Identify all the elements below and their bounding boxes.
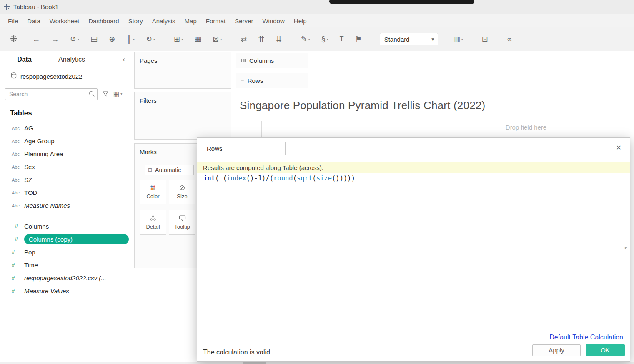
menu-file[interactable]: File (3, 17, 23, 25)
search-row: ▦ (0, 85, 131, 103)
menu-dashboard[interactable]: Dashboard (84, 17, 123, 25)
view-options-grid-icon[interactable]: ▦ (113, 90, 122, 98)
field-ag[interactable]: Abc AG (0, 122, 131, 135)
field-time[interactable]: # Time (0, 259, 131, 272)
view-mode-combo[interactable]: Standard ▼ (380, 33, 438, 45)
new-data-source-icon[interactable]: ⊕ (109, 35, 115, 43)
rows-shelf-droparea[interactable] (308, 73, 634, 88)
datasource-row[interactable]: respopagesextod2022 (0, 68, 131, 85)
menu-data[interactable]: Data (23, 17, 45, 25)
sort-ascending-icon[interactable]: ⇈ (258, 35, 264, 43)
datasource-icon (11, 72, 17, 80)
detail-label: Detail (146, 224, 160, 230)
default-table-calculation-link[interactable]: Default Table Calculation (549, 334, 623, 341)
ok-button[interactable]: OK (586, 344, 625, 356)
menu-map[interactable]: Map (180, 17, 201, 25)
scroll-right-icon[interactable]: ▸ (625, 244, 627, 250)
duplicate-sheet-icon[interactable]: ▦ (194, 35, 201, 43)
filters-shelf[interactable]: Filters (134, 92, 231, 140)
field-sex[interactable]: Abc Sex (0, 160, 131, 173)
formula-function-round: round (273, 175, 293, 182)
field-columns-copy-selected[interactable]: =# Columns (copy) (0, 233, 131, 246)
calculation-name-input[interactable] (203, 142, 286, 155)
columns-shelf-droparea[interactable] (308, 53, 634, 68)
undo-icon[interactable]: ← (33, 35, 40, 43)
tooltip-button[interactable]: Tooltip (169, 210, 195, 235)
field-measure-names[interactable]: Abc Measure Names (0, 199, 131, 212)
field-label: AG (24, 125, 33, 132)
formula-function-index: index (227, 175, 246, 182)
field-measure-values[interactable]: # Measure Values (0, 284, 131, 297)
close-icon[interactable]: ✕ (616, 144, 621, 152)
refresh-icon[interactable]: ↻ (146, 35, 155, 43)
bottom-edge-bar (0, 362, 634, 364)
computation-info-strip: Results are computed along Table (across… (197, 162, 630, 173)
rows-shelf-label: ≡ Rows (236, 73, 308, 88)
fit-icon[interactable]: ▥ (453, 35, 463, 43)
replay-icon[interactable]: ↺ (70, 35, 79, 43)
field-columns[interactable]: =# Columns (0, 220, 131, 233)
size-button[interactable]: Size (169, 180, 195, 204)
string-type-icon: Abc (12, 165, 24, 170)
field-tod[interactable]: Abc TOD (0, 186, 131, 199)
fix-axes-icon[interactable]: ⚑ (355, 35, 362, 43)
menu-format[interactable]: Format (201, 17, 231, 25)
mark-type-dropdown[interactable]: ⊡ Automatic (145, 165, 194, 175)
presentation-mode-icon[interactable]: ⊡ (482, 35, 488, 43)
menu-help[interactable]: Help (289, 17, 311, 25)
filter-funnel-icon[interactable] (103, 91, 108, 98)
detail-button[interactable]: Detail (140, 210, 166, 235)
field-age-group[interactable]: Abc Age Group (0, 135, 131, 147)
share-icon[interactable]: ∝ (507, 35, 512, 43)
sheet-tab-peek (243, 362, 266, 364)
menu-server[interactable]: Server (230, 17, 258, 25)
show-mark-labels-icon[interactable]: T (340, 36, 344, 42)
pages-shelf[interactable]: Pages (134, 52, 231, 89)
menu-bar: File Data Worksheet Dashboard Story Anal… (0, 14, 634, 27)
tooltip-label: Tooltip (174, 224, 190, 230)
new-worksheet-icon[interactable]: ⊞ (174, 35, 183, 43)
string-type-icon: Abc (12, 126, 24, 131)
field-pop[interactable]: # Pop (0, 246, 131, 259)
paperclip-icon[interactable]: § (321, 35, 328, 43)
color-button[interactable]: Color (140, 180, 166, 204)
menu-worksheet[interactable]: Worksheet (45, 17, 84, 25)
field-label: Time (24, 262, 38, 269)
view-mode-caret-icon[interactable]: ▼ (428, 33, 438, 45)
save-icon[interactable]: ▤ (90, 35, 98, 43)
highlight-icon[interactable]: ✎ (301, 35, 310, 43)
calculated-number-type-icon: =# (12, 236, 24, 242)
field-label: Planning Area (24, 150, 63, 157)
field-planning-area[interactable]: Abc Planning Area (0, 147, 131, 160)
menu-analysis[interactable]: Analysis (148, 17, 180, 25)
menu-story[interactable]: Story (124, 17, 148, 25)
collapse-pane-icon[interactable]: ‹ (117, 51, 131, 68)
tab-data[interactable]: Data (0, 51, 49, 68)
tooltip-icon (179, 215, 186, 222)
search-input[interactable] (5, 88, 98, 100)
view-mode-value: Standard (380, 36, 428, 43)
tab-analytics[interactable]: Analytics (49, 51, 117, 68)
string-type-icon: Abc (12, 190, 24, 195)
screen-notch (329, 0, 474, 4)
clear-sheet-icon[interactable]: ⊠ (213, 35, 222, 43)
string-type-icon: Abc (12, 139, 24, 144)
swap-axes-icon[interactable]: ⇄ (241, 35, 247, 43)
sheet-title[interactable]: Singapore Population Pyramid Trellis Cha… (240, 99, 485, 112)
menu-window[interactable]: Window (258, 17, 289, 25)
apply-button[interactable]: Apply (532, 344, 581, 356)
number-type-icon: # (12, 275, 24, 281)
redo-icon[interactable]: → (51, 35, 59, 43)
color-label: Color (146, 193, 159, 199)
field-csv-count[interactable]: # respopagesextod2022.csv (... (0, 272, 131, 284)
formula-editor[interactable]: int( (index()-1)/(round(sqrt(size())))) (203, 175, 617, 182)
datasource-name: respopagesextod2022 (20, 73, 82, 80)
formula-paren: ()-1)/( (246, 175, 273, 182)
field-sz[interactable]: Abc SZ (0, 173, 131, 186)
tableau-logo-icon[interactable] (10, 35, 18, 44)
dimension-measure-divider (0, 216, 131, 216)
sort-descending-icon[interactable]: ⇊ (276, 35, 282, 43)
drop-field-hint[interactable]: Drop field here (418, 124, 634, 131)
pause-updates-icon[interactable]: ║ (126, 35, 135, 43)
selected-field-pill[interactable]: Columns (copy) (24, 234, 129, 244)
